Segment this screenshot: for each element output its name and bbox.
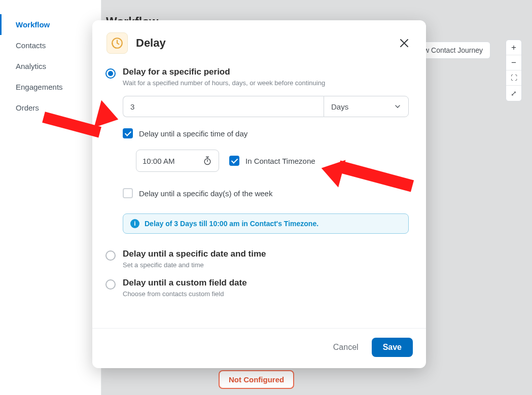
option-datetime-text: Delay until a specific date and time Set… [123,249,266,269]
delay-clock-icon [107,32,128,54]
option-period[interactable]: Delay for a specific period Wait for a s… [105,67,413,87]
option-datetime-title: Delay until a specific date and time [123,249,266,259]
unit-select-value: Days [331,102,348,111]
radio-period[interactable] [105,68,116,79]
checkbox-time-of-day[interactable] [123,128,133,138]
radio-datetime[interactable] [105,250,116,261]
stopwatch-icon [202,156,212,166]
summary-text: Delay of 3 Days till 10:00 am in Contact… [145,220,318,228]
option-period-title: Delay for a specific period [123,67,325,77]
option-custom-text: Delay until a custom field date Choose f… [123,278,247,298]
summary-banner: i Delay of 3 Days till 10:00 am in Conta… [123,213,409,234]
option-period-text: Delay for a specific period Wait for a s… [123,67,325,87]
annotation-arrow-timezone [321,154,422,194]
check-time-of-day-row[interactable]: Delay until a specific time of day [123,128,413,138]
option-period-subtitle: Wait for a specified number of hours, da… [123,79,325,87]
option-datetime-subtitle: Set a specific date and time [123,261,266,269]
option-custom-title: Delay until a custom field date [123,278,247,288]
quantity-input[interactable] [123,96,324,117]
option-custom-subtitle: Choose from contacts custom field [123,290,247,298]
check-time-of-day-label: Delay until a specific time of day [139,129,247,138]
option-custom[interactable]: Delay until a custom field date Choose f… [105,278,413,298]
time-input[interactable]: 10:00 AM [136,150,219,172]
radio-custom-field[interactable] [105,279,116,290]
modal-title: Delay [136,37,166,50]
contact-tz-label: In Contact Timezone [245,157,315,165]
info-icon: i [130,219,139,228]
modal-close-button[interactable] [397,35,412,51]
close-icon [400,39,409,48]
unit-select[interactable]: Days [324,96,409,117]
contact-tz-row[interactable]: In Contact Timezone [229,156,315,166]
check-dow-label: Delay until a specific day(s) of the wee… [139,189,272,198]
time-value: 10:00 AM [143,157,202,165]
cancel-button[interactable]: Cancel [331,338,361,357]
annotation-arrow-quantity [44,95,125,126]
modal-overlay: Delay Delay for a specific period Wait f… [0,0,532,395]
save-button[interactable]: Save [372,338,413,357]
checkbox-day-of-week[interactable] [123,188,133,198]
chevron-down-icon [394,103,401,110]
quantity-row: Days [123,96,409,117]
modal-header: Delay [92,20,426,59]
option-datetime[interactable]: Delay until a specific date and time Set… [105,249,413,269]
other-options: Delay until a specific date and time Set… [105,249,413,298]
delay-modal: Delay Delay for a specific period Wait f… [92,20,426,368]
checkbox-contact-tz[interactable] [229,156,239,166]
modal-footer: Cancel Save [92,328,426,368]
